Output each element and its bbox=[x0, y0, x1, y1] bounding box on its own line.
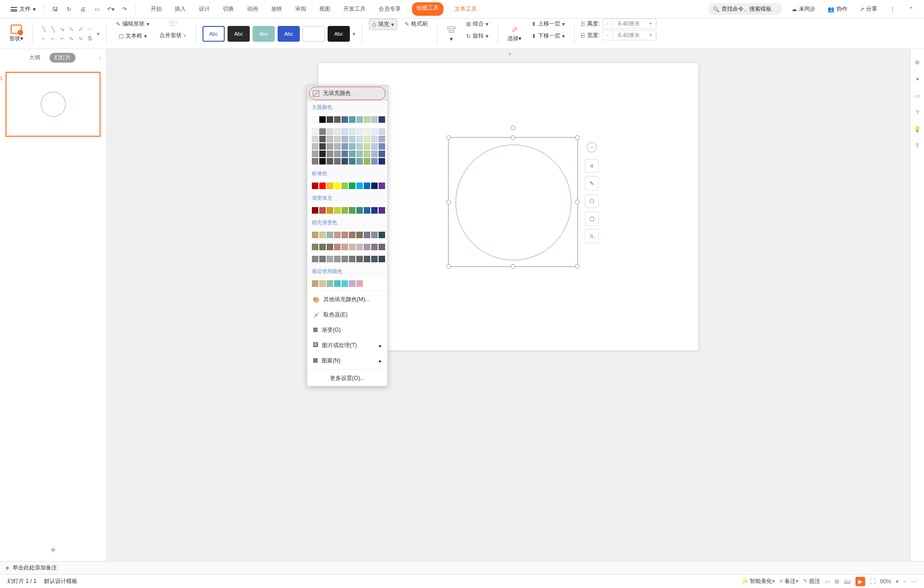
canvas-area[interactable]: ▾ − ≡ ✎ ⬠ bbox=[107, 49, 910, 561]
color-swatch[interactable] bbox=[342, 207, 348, 214]
color-swatch[interactable] bbox=[356, 244, 363, 250]
format-painter-button[interactable]: ✎ 格式刷 bbox=[402, 19, 430, 29]
more-status-icon[interactable]: ⋯ bbox=[911, 578, 917, 585]
color-swatch[interactable] bbox=[364, 207, 370, 214]
pen-tool-icon[interactable]: ✎ bbox=[585, 177, 599, 190]
color-swatch[interactable] bbox=[349, 143, 355, 150]
color-swatch[interactable] bbox=[319, 232, 326, 238]
line-shapes-grid[interactable]: ╲╲↘⤡⤢⟋ ⌐⌐⌐∿∿S bbox=[39, 25, 94, 43]
color-swatch[interactable] bbox=[319, 256, 326, 262]
handle-bl[interactable] bbox=[446, 264, 451, 269]
unsync-button[interactable]: ☁ 未同步 bbox=[789, 4, 818, 14]
color-swatch[interactable] bbox=[334, 158, 341, 164]
color-swatch[interactable] bbox=[356, 151, 363, 157]
color-swatch[interactable] bbox=[312, 183, 318, 189]
tab-devtools[interactable]: 开发工具 bbox=[342, 2, 367, 16]
color-swatch[interactable] bbox=[379, 128, 385, 135]
color-swatch[interactable] bbox=[379, 232, 385, 238]
color-swatch[interactable] bbox=[356, 136, 363, 142]
color-swatch[interactable] bbox=[356, 116, 363, 123]
color-swatch[interactable] bbox=[349, 232, 355, 238]
undo-icon[interactable]: ↶▾ bbox=[107, 5, 115, 13]
color-swatch[interactable] bbox=[334, 280, 341, 287]
color-swatch[interactable] bbox=[312, 207, 318, 214]
color-swatch[interactable] bbox=[356, 158, 363, 164]
color-swatch[interactable] bbox=[342, 128, 348, 135]
color-swatch[interactable] bbox=[319, 183, 326, 189]
gradient-option[interactable]: ▦渐变(G) bbox=[307, 322, 387, 338]
color-swatch[interactable] bbox=[334, 244, 341, 250]
handle-mr[interactable] bbox=[575, 200, 580, 204]
color-swatch[interactable] bbox=[334, 136, 341, 142]
color-swatch[interactable] bbox=[371, 143, 378, 150]
color-swatch[interactable] bbox=[364, 244, 370, 250]
tab-insert[interactable]: 插入 bbox=[173, 2, 188, 16]
handle-rotate[interactable] bbox=[511, 126, 515, 130]
color-swatch[interactable] bbox=[349, 280, 355, 287]
tab-draw-tools[interactable]: 绘图工具 bbox=[412, 2, 443, 16]
color-swatch[interactable] bbox=[319, 151, 326, 157]
select-button[interactable]: ⬀选择▾ bbox=[505, 24, 524, 44]
color-swatch[interactable] bbox=[349, 136, 355, 142]
color-swatch[interactable] bbox=[364, 116, 370, 123]
pattern-option[interactable]: ▩图案(N)▸ bbox=[307, 353, 387, 368]
color-swatch[interactable] bbox=[364, 232, 370, 238]
no-fill-option[interactable]: 无填充颜色 bbox=[307, 86, 387, 101]
tab-start[interactable]: 开始 bbox=[149, 2, 164, 16]
tab-member[interactable]: 会员专享 bbox=[377, 2, 403, 16]
color-swatch[interactable] bbox=[312, 158, 318, 164]
search-box[interactable]: 🔍 查找命令、搜索模板 bbox=[708, 3, 782, 15]
layers-tool-icon[interactable]: ≡ bbox=[585, 159, 599, 173]
share-button[interactable]: ↗ 分享 bbox=[857, 4, 880, 14]
color-swatch[interactable] bbox=[319, 280, 326, 287]
tab-text-tools[interactable]: 文本工具 bbox=[453, 2, 479, 16]
color-swatch[interactable] bbox=[371, 136, 378, 142]
present-panel-icon[interactable]: ▭ bbox=[913, 92, 922, 100]
handle-tl[interactable] bbox=[446, 135, 451, 140]
color-swatch[interactable] bbox=[379, 151, 385, 157]
color-swatch[interactable] bbox=[356, 143, 363, 150]
color-swatch[interactable] bbox=[327, 232, 333, 238]
notes-button[interactable]: ≡ 备注▾ bbox=[779, 577, 798, 585]
color-swatch[interactable] bbox=[349, 128, 355, 135]
handle-tr[interactable] bbox=[575, 135, 580, 140]
fill-button[interactable]: ◇ 填充▾ bbox=[369, 19, 397, 30]
handle-bm[interactable] bbox=[511, 264, 515, 269]
color-swatch[interactable] bbox=[379, 143, 385, 150]
color-swatch[interactable] bbox=[319, 244, 326, 250]
color-swatch[interactable] bbox=[364, 151, 370, 157]
color-swatch[interactable] bbox=[371, 207, 378, 214]
circle-shape[interactable] bbox=[456, 145, 571, 260]
color-swatch[interactable] bbox=[371, 158, 378, 164]
color-swatch[interactable] bbox=[334, 143, 341, 150]
zoom-dropdown[interactable]: ▾ bbox=[896, 578, 899, 585]
color-swatch[interactable] bbox=[327, 116, 333, 123]
notes-bar[interactable]: ≡单击此处添加备注 bbox=[0, 561, 924, 574]
color-swatch[interactable] bbox=[334, 128, 341, 135]
slides-tab[interactable]: 幻灯片 bbox=[50, 53, 76, 63]
color-swatch[interactable] bbox=[312, 151, 318, 157]
save-as-icon[interactable]: ↻ bbox=[65, 5, 73, 13]
picture-texture-option[interactable]: 🖼图片或纹理(T)▸ bbox=[307, 338, 387, 353]
view-sorter-icon[interactable]: ⊞ bbox=[835, 578, 839, 585]
color-swatch[interactable] bbox=[371, 256, 378, 262]
color-swatch[interactable] bbox=[327, 151, 333, 157]
more-icon[interactable]: ⋮ bbox=[888, 5, 897, 13]
color-swatch[interactable] bbox=[342, 244, 348, 250]
eyedropper-option[interactable]: 💉取色器(E) bbox=[307, 307, 387, 322]
color-swatch[interactable] bbox=[327, 183, 333, 189]
style-blue[interactable]: Abc bbox=[278, 26, 300, 42]
move-up-button[interactable]: ⬆ 上移一层▾ bbox=[529, 19, 568, 29]
rotate-button[interactable]: ↻ 旋转▾ bbox=[463, 31, 491, 41]
color-swatch[interactable] bbox=[371, 128, 378, 135]
color-swatch[interactable] bbox=[349, 256, 355, 262]
width-input[interactable]: -8.40厘米+ bbox=[602, 30, 657, 40]
slide-thumbnail-1[interactable]: 1 bbox=[6, 72, 101, 137]
color-swatch[interactable] bbox=[364, 143, 370, 150]
style-teal[interactable]: Abc bbox=[253, 26, 275, 42]
more-settings-option[interactable]: 更多设置(O)... bbox=[307, 371, 387, 386]
collapse-icon[interactable]: ⌃ bbox=[907, 5, 915, 13]
color-swatch[interactable] bbox=[379, 158, 385, 164]
color-swatch[interactable] bbox=[334, 116, 341, 123]
color-swatch[interactable] bbox=[319, 143, 326, 150]
